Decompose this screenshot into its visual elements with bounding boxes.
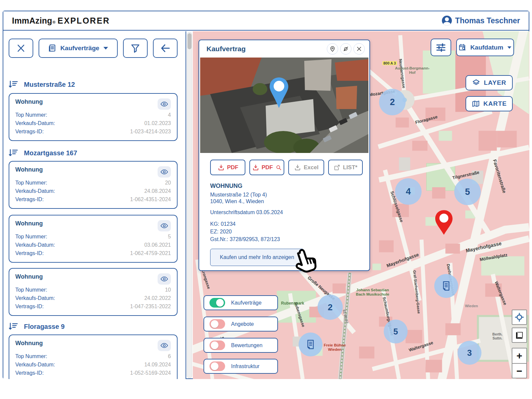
document-marker[interactable] — [299, 332, 323, 356]
property-card[interactable]: Wohnung Top Nummer:6 Verkaufs-Datum:14.0… — [9, 334, 178, 379]
toggle-infrastruktur[interactable]: Infrastruktur — [203, 359, 278, 374]
map-canvas[interactable]: Mozartgasse Neumanngasse Favoritenstraße… — [193, 31, 529, 379]
layer-button[interactable]: LAYER — [466, 75, 513, 90]
map-style-button[interactable]: KARTE — [466, 96, 513, 111]
field-value: 1-062-4759-2021 — [130, 250, 171, 256]
toggle-kaufvertraege[interactable]: Kaufverträge — [203, 295, 278, 310]
popup-actions: PDF PDF Excel LIST* — [210, 160, 363, 175]
field-value: 4 — [168, 112, 171, 118]
download-icon — [294, 164, 301, 171]
toggle-label: Bewertungen — [231, 342, 262, 348]
poi-label: August-Bergmann-Hof — [392, 66, 432, 75]
measure-button[interactable] — [512, 328, 527, 343]
poi-label: Wieden — [462, 304, 481, 308]
eye-icon — [160, 222, 168, 230]
download-excel-button[interactable]: Excel — [288, 160, 324, 175]
group-header-musterstrasse[interactable]: Musterstraße 12 — [9, 80, 75, 88]
property-card[interactable]: Wohnung Top Nummer:4 Verkaufs-Datum:01.0… — [9, 93, 178, 141]
sidebar-scrollbar[interactable] — [187, 32, 192, 378]
sort-descending-icon — [9, 323, 18, 331]
download-pdf-button[interactable]: PDF — [210, 160, 245, 175]
poi-label: Rubenspark — [278, 301, 308, 306]
show-on-map-button[interactable] — [158, 340, 171, 351]
unpin-button[interactable] — [340, 43, 351, 55]
locate-me-button[interactable] — [512, 310, 527, 325]
field-value: 14.09.2024 — [144, 362, 171, 368]
group-header-mozartgasse[interactable]: Mozartgasse 167 — [9, 149, 77, 157]
result-type-selector[interactable]: Kaufverträge — [39, 39, 118, 58]
registered-mark: ® — [53, 20, 56, 25]
document-icon — [440, 280, 452, 292]
detail-address-line2: 1040, Wien 4., Wieden — [210, 198, 363, 205]
filter-button[interactable] — [123, 39, 148, 58]
show-on-map-button[interactable] — [158, 273, 171, 285]
map-cluster[interactable]: 5 — [454, 179, 481, 205]
location-pin-icon — [329, 46, 336, 52]
button-label: Kaufen und mehr Info anzeigen — [220, 254, 294, 260]
field-label: Verkaufs-Datum: — [15, 242, 55, 248]
user-name: Thomas Teschner — [455, 16, 520, 25]
date-filter-button[interactable]: Kaufdatum — [456, 39, 514, 56]
property-card[interactable]: Wohnung Top Nummer:10 Verkaufs-Datum:24.… — [9, 268, 178, 316]
button-label: PDF — [262, 164, 273, 171]
download-pdf-search-button[interactable]: PDF — [249, 160, 284, 175]
field-value: 03.06.2021 — [144, 242, 171, 248]
show-on-map-button[interactable] — [158, 98, 171, 110]
card-category: Wohnung — [15, 166, 43, 173]
search-icon — [275, 164, 282, 171]
property-card[interactable]: Wohnung Top Nummer:20 Verkaufs-Datum:24.… — [9, 161, 178, 209]
eye-icon — [160, 100, 168, 108]
close-popup-button[interactable] — [353, 43, 365, 55]
field-value: 5 — [168, 234, 171, 240]
toggle-switch[interactable] — [209, 298, 225, 308]
map-cluster[interactable]: 2 — [379, 89, 406, 115]
detail-kg: KG: 01234 — [210, 221, 363, 228]
layer-button-label: LAYER — [484, 79, 506, 86]
zoom-in-button[interactable]: + — [512, 348, 526, 363]
poi-label: Berth. Suttn. — [488, 332, 507, 340]
show-on-map-button[interactable] — [158, 166, 171, 178]
close-icon — [356, 46, 362, 52]
clear-results-button[interactable] — [9, 39, 33, 58]
document-marker[interactable] — [434, 274, 458, 298]
export-list-button[interactable]: LIST* — [328, 160, 363, 175]
field-value: 20 — [165, 180, 171, 186]
crosshair-icon — [514, 312, 524, 322]
card-category: Wohnung — [15, 98, 43, 105]
aerial-photo — [200, 58, 368, 153]
sort-descending-icon — [9, 149, 18, 157]
field-label: Vertrags-ID: — [15, 370, 44, 376]
map-style-button-label: KARTE — [483, 100, 507, 107]
toggle-switch[interactable] — [209, 319, 225, 329]
show-on-map-button[interactable] — [158, 220, 171, 231]
pin-location-button[interactable] — [327, 43, 338, 55]
collapse-panel-button[interactable] — [153, 39, 178, 58]
cluster-count: 2 — [390, 97, 395, 107]
buy-more-info-button[interactable]: Kaufen und mehr Info anzeigen — [210, 249, 304, 266]
filter-funnel-icon — [130, 43, 141, 54]
zoom-out-button[interactable]: − — [512, 364, 526, 378]
property-card[interactable]: Wohnung Top Nummer:5 Verkaufs-Datum:03.0… — [9, 215, 178, 263]
toggle-switch[interactable] — [209, 340, 225, 350]
group-header-floragasse[interactable]: Floragasse 9 — [9, 323, 65, 331]
field-label: Verkaufs-Datum: — [15, 188, 55, 194]
map-icon — [471, 99, 480, 108]
cluster-count: 2 — [328, 302, 332, 313]
chevron-down-icon — [507, 46, 512, 50]
map-cluster[interactable]: 2 — [318, 295, 343, 320]
toggle-bewertungen[interactable]: Bewertungen — [203, 338, 278, 353]
user-menu[interactable]: Thomas Teschner — [442, 16, 520, 26]
selected-location-pin[interactable] — [434, 209, 454, 235]
toggle-angebote[interactable]: Angebote — [203, 317, 278, 332]
map-cluster[interactable]: 5 — [384, 320, 408, 343]
field-label: Verkaufs-Datum: — [15, 295, 55, 301]
field-label: Vertrags-ID: — [15, 250, 44, 256]
toggle-switch[interactable] — [209, 361, 225, 371]
date-filter-label: Kaufdatum — [470, 44, 503, 51]
sliders-icon — [435, 42, 447, 53]
map-cluster[interactable]: 3 — [458, 341, 481, 365]
field-label: Top Nummer: — [15, 287, 47, 293]
map-settings-button[interactable] — [431, 39, 451, 56]
scrollbar-thumb[interactable] — [188, 33, 192, 49]
map-cluster[interactable]: 4 — [395, 178, 422, 205]
